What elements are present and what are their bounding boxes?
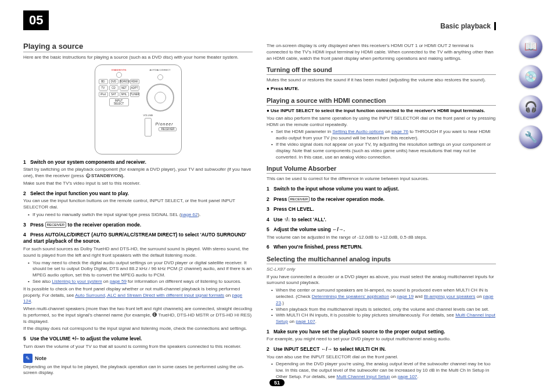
step-4-p4: If the display does not correspond to th… (23, 326, 253, 332)
step-1-body2: Make sure that the TV's video input is s… (23, 181, 253, 187)
link-mcinput-2[interactable]: Multi Channel Input Setup (337, 374, 390, 379)
remote-btn-bd: BD (99, 79, 108, 84)
nav-audio-icon[interactable]: 🎧 (519, 95, 542, 118)
link-page-62[interactable]: page 62 (181, 212, 198, 217)
link-page-107[interactable]: page 107 (296, 319, 315, 324)
mc-step-2-body: You can also use the INPUT SELECTOR dial… (267, 354, 496, 361)
mc-step-1-body: For example, you might need to set your … (267, 336, 496, 343)
link-audio-options[interactable]: Setting the Audio options (332, 129, 384, 134)
heading-turning-off: Turning off the sound (267, 66, 496, 75)
hdmi-bullet-2: If the video signal does not appear on y… (271, 142, 496, 160)
step-1: 1Switch on your system components and re… (23, 159, 253, 166)
mc-step-1: 1Make sure you have set the playback sou… (267, 329, 496, 335)
model-note: SC-LX87 only (267, 267, 496, 273)
remote-btn-sat: SAT (109, 92, 118, 97)
nav-setup-icon[interactable]: 🔧 (519, 125, 542, 149)
mc-body: If you have connected a decoder or a DVD… (267, 274, 496, 287)
mc-bullet-1: When the center or surround speakers are… (271, 287, 496, 306)
standby-label: STANDBY/ON (99, 69, 139, 71)
absorber-body: This can be used to correct for the diff… (267, 176, 496, 182)
top-paragraph: The on-screen display is only displayed … (267, 43, 496, 62)
link-page-76[interactable]: page 76 (391, 129, 408, 134)
volume-label: VOLUME (143, 114, 153, 117)
mc-bullet-2: When playback from the multichannel inpu… (271, 307, 496, 313)
dpad-graphic (146, 84, 174, 112)
nav-disc-icon[interactable]: 💿 (519, 65, 542, 88)
step-2-bullet: If you need to manually switch the input… (28, 212, 253, 218)
step-4-p3: When multi-channel speakers (more than t… (23, 306, 253, 325)
abs-step-4: 4Use ↑/↓ to select 'ALL'. (267, 217, 496, 223)
note-body: Depending on the input to be played, the… (23, 364, 253, 377)
hdmi-body: You can also perform the same operation … (267, 116, 496, 128)
remote-btn-dvd: DVD (109, 79, 118, 84)
volume-rocker-graphic (145, 118, 152, 136)
standby-button-graphic (116, 72, 122, 78)
step-2: 2Select the input function you want to p… (23, 190, 253, 197)
mc-step-2-bullet: Depending on the DVD player you're using… (271, 361, 496, 380)
page-number: 51 (269, 379, 285, 386)
remote-btn-adpt: ADPT (130, 85, 139, 91)
remote-btn-hdmi: HDMI (130, 79, 139, 84)
step-4-bullet-1: You may need to check the digital audio … (28, 260, 253, 279)
step-5: 5Use the VOLUME +/– to adjust the volume… (23, 336, 253, 342)
link-page-19[interactable]: page 19 (397, 294, 413, 299)
step-4-body: For such sound sources as Dolby TrueHD a… (23, 246, 253, 259)
mc-bullet-3: With MULTI CH IN inputs, it is possible … (271, 312, 496, 325)
auto-button-graphic (157, 74, 163, 80)
abs-step-6: 6When you're finished, press RETURN. (267, 244, 496, 250)
note-label: Note (35, 355, 46, 361)
abs-step-5: 5Adjust the volume using ←/→. (267, 226, 496, 233)
hdmi-bullet-1: Set the HDMI parameter in Setting the Au… (271, 129, 496, 142)
step-5-body: Turn down the volume of your TV so that … (23, 344, 253, 350)
left-column: Playing a source Here are the basic inst… (23, 42, 253, 380)
intro-text: Here are the basic instructions for play… (23, 55, 253, 61)
remote-btn-cd: CD (109, 85, 118, 91)
remote-btn-mhl: MHL (120, 92, 129, 97)
hdmi-lead: Use INPUT SELECT to select the input fun… (267, 108, 496, 114)
step-2-body: You can use the input function buttons o… (23, 198, 253, 211)
breadcrumb: Basic playback (437, 22, 496, 30)
mc-step-2: 2Use INPUT SELECT ←/→ to select MULTI CH… (267, 346, 496, 353)
heading-playing-source: Playing a source (23, 42, 253, 52)
mute-step: Press MUTE. (267, 86, 496, 92)
link-speakers-app[interactable]: Determining the speakers' application (312, 294, 389, 299)
link-biamp[interactable]: Bi-amping your speakers (424, 294, 475, 299)
right-column: The on-screen display is only displayed … (267, 42, 496, 380)
link-auto-surround[interactable]: Auto Surround, ALC and Stream Direct wit… (75, 293, 224, 298)
link-listening[interactable]: Listening to your system (52, 279, 102, 284)
remote-btn-tuner: TUNER (130, 92, 139, 97)
receiver-inline-icon: RECEIVER (45, 222, 67, 228)
auto-label: AUTO/ALC/DIRECT (150, 69, 171, 71)
receiver-inline-icon-2: RECEIVER (289, 196, 310, 202)
abs-step-1: 1Switch to the input whose volume you wa… (267, 186, 496, 192)
remote-diagram: STANDBY/ON BDDVDBDR/DVRHDMITVCDNETADPTiP… (95, 64, 182, 154)
sidebar-nav: 📖 💿 🎧 🔧 (519, 35, 542, 149)
note-icon: ✎ (23, 354, 33, 363)
step-4-bullet-2: See also Listening to your system on pag… (28, 279, 253, 285)
mute-body: Mutes the sound or restores the sound if… (267, 77, 496, 84)
heading-multichannel: Selecting the multichannel analog inputs (267, 256, 496, 264)
remote-btn-tv: TV (99, 85, 108, 91)
abs-step-2: 2Press RECEIVER to the receiver operatio… (267, 196, 496, 203)
step-3: 3Press RECEIVER to the receiver operatio… (23, 222, 253, 228)
remote-btn-net: NET (120, 85, 129, 91)
abs-step-3: 3Press CH LEVEL. (267, 206, 496, 213)
nav-manual-icon[interactable]: 📖 (519, 35, 542, 58)
step-4: 4Press AUTO/ALC/DIRECT (AUTO SURR/ALC/ST… (23, 232, 253, 245)
link-page-59[interactable]: page 59 (110, 279, 127, 284)
link-page-107-2[interactable]: page 107 (398, 374, 417, 379)
remote-btn-ipod: iPod (99, 92, 108, 97)
remote-btn-bdr/dvr: BDR/DVR (120, 79, 129, 84)
heading-absorber: Input Volume Absorber (267, 165, 496, 174)
heading-hdmi: Playing a source with HDMI connection (267, 97, 496, 106)
step-4-p2: It is possible to check on the front pan… (23, 286, 253, 305)
abs-range: The volume can be adjusted in the range … (267, 235, 496, 241)
receiver-button-graphic: RECEIVER (159, 127, 177, 131)
brand-logo: Pioneer (155, 122, 177, 126)
step-1-body: Start by switching on the playback compo… (23, 167, 253, 179)
chapter-badge: 05 (23, 10, 49, 30)
input-select-graphic: INPUT SELECT (109, 98, 129, 106)
